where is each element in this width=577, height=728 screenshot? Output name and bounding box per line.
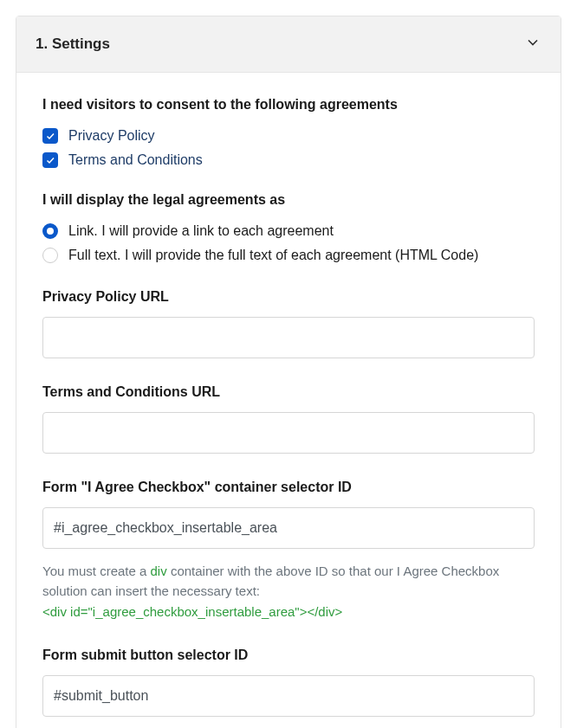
privacy-url-label: Privacy Policy URL: [42, 289, 535, 305]
consent-heading: I need visitors to consent to the follow…: [42, 97, 535, 113]
chevron-down-icon: [524, 34, 541, 55]
display-link-radio[interactable]: [42, 223, 58, 239]
submit-id-input[interactable]: [42, 675, 535, 717]
code-snippet: <div id="i_agree_checkbox_insertable_are…: [42, 604, 342, 619]
privacy-url-input[interactable]: [42, 317, 535, 358]
privacy-policy-label[interactable]: Privacy Policy: [68, 128, 155, 144]
terms-label[interactable]: Terms and Conditions: [68, 152, 203, 168]
display-option: Link. I will provide a link to each agre…: [42, 223, 535, 239]
settings-panel: 1. Settings I need visitors to consent t…: [16, 16, 561, 728]
display-option: Full text. I will provide the full text …: [42, 248, 535, 263]
submit-id-label: Form submit button selector ID: [42, 647, 535, 663]
terms-url-label: Terms and Conditions URL: [42, 384, 535, 400]
terms-checkbox[interactable]: [42, 152, 58, 168]
container-id-help: You must create a div container with the…: [42, 561, 535, 622]
privacy-policy-checkbox[interactable]: [42, 128, 58, 144]
container-id-label: Form "I Agree Checkbox" container select…: [42, 480, 535, 495]
div-keyword: div: [151, 564, 167, 578]
terms-url-input[interactable]: [42, 412, 535, 454]
display-fulltext-label[interactable]: Full text. I will provide the full text …: [68, 248, 478, 263]
consent-item: Terms and Conditions: [42, 152, 535, 168]
consent-item: Privacy Policy: [42, 128, 535, 144]
panel-title: 1. Settings: [36, 35, 110, 53]
display-link-label[interactable]: Link. I will provide a link to each agre…: [68, 223, 334, 239]
display-fulltext-radio[interactable]: [42, 248, 58, 263]
container-id-input[interactable]: [42, 507, 535, 549]
check-icon: [45, 155, 55, 165]
panel-body: I need visitors to consent to the follow…: [16, 73, 561, 728]
display-heading: I will display the legal agreements as: [42, 192, 535, 208]
check-icon: [45, 131, 55, 141]
panel-header[interactable]: 1. Settings: [16, 16, 561, 73]
